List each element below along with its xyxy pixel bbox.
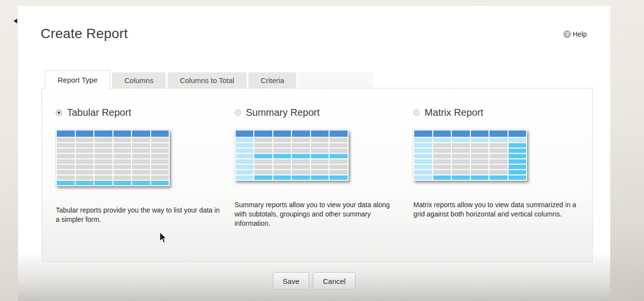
help-label: Help (573, 30, 587, 38)
create-report-panel: Create Report ? Help Report Type Columns… (18, 6, 610, 301)
report-type-option-summary: Summary Report Summary reports allow you… (235, 107, 414, 228)
tab-columns[interactable]: Columns (112, 72, 165, 88)
tab-report-type[interactable]: Report Type (45, 70, 110, 89)
page-title: Create Report (41, 26, 128, 42)
footer-actions: Save Cancel (18, 272, 610, 290)
cancel-button[interactable]: Cancel (313, 272, 355, 290)
matrix-report-label: Matrix Report (424, 107, 483, 118)
tab-ghost-highlight (298, 72, 373, 88)
summary-report-thumbnail (235, 129, 349, 181)
summary-report-option[interactable]: Summary Report (235, 107, 414, 118)
tabular-report-option[interactable]: Tabular Report (56, 107, 235, 118)
help-button[interactable]: ? Help (563, 30, 587, 38)
summary-report-radio[interactable] (235, 109, 241, 116)
tab-bar: Report Type Columns Columns to Total Cri… (45, 66, 593, 88)
tab-columns-to-total[interactable]: Columns to Total (168, 72, 246, 88)
matrix-report-thumbnail (413, 129, 527, 181)
matrix-report-option[interactable]: Matrix Report (413, 107, 592, 118)
summary-report-description: Summary reports allow you to view your d… (235, 200, 403, 228)
tabular-report-label: Tabular Report (67, 107, 131, 118)
help-icon: ? (563, 30, 571, 38)
tabular-report-radio[interactable] (56, 109, 62, 116)
tabular-report-thumbnail (56, 129, 170, 186)
report-type-option-matrix: Matrix Report Matrix reports allow you t… (413, 107, 592, 228)
summary-report-label: Summary Report (246, 107, 320, 118)
report-type-options: Tabular Report Tabular reports provide y… (42, 88, 592, 228)
tab-criteria[interactable]: Criteria (248, 72, 296, 88)
report-type-tab-panel: Tabular Report Tabular reports provide y… (42, 88, 593, 262)
save-button[interactable]: Save (273, 272, 309, 290)
collapse-panel-arrow-icon[interactable] (14, 19, 17, 23)
matrix-report-radio[interactable] (413, 109, 420, 116)
tabular-report-description: Tabular reports provide you the way to l… (56, 206, 224, 224)
matrix-report-description: Matrix reports allow you to view data su… (413, 200, 582, 219)
report-type-option-tabular: Tabular Report Tabular reports provide y… (56, 107, 235, 228)
